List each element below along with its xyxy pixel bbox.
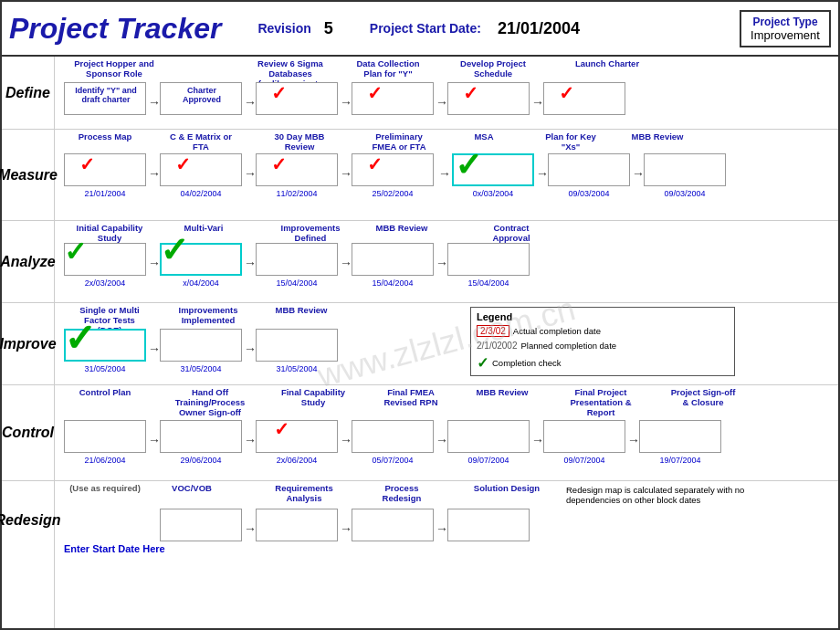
date-signoff: 19/07/2004: [639, 456, 721, 465]
label-finalcap: Final CapabilityStudy: [263, 387, 363, 407]
box-mbb-improve[interactable]: [256, 329, 338, 362]
arrow-a3: →: [340, 256, 352, 270]
box-30daymbb[interactable]: [256, 153, 338, 186]
box-devschedule[interactable]: [447, 82, 530, 115]
legend-actual-label: Actual completion date: [513, 326, 601, 336]
box-prefmea[interactable]: [352, 153, 434, 186]
box-finalproject[interactable]: [543, 420, 625, 453]
label-30daymbb: 30 Day MBBReview: [254, 131, 345, 152]
measure-row: Process Map C & E Matrix orFTA 30 Day MB…: [55, 130, 838, 221]
date-prefmea: 25/02/2004: [352, 189, 434, 198]
arrow-c5: →: [531, 433, 544, 447]
improve-row: Single or MultiFactor Tests(DOE) Improve…: [55, 303, 838, 385]
box-datacollection[interactable]: [352, 82, 434, 115]
arrow-m1: →: [148, 166, 161, 181]
header-center: Revision 5 Project Start Date: 21/01/200…: [257, 19, 740, 38]
label-msa: MSA: [457, 131, 511, 142]
legend-row-completion: ✓ Completion check: [477, 354, 729, 372]
box-6sigma[interactable]: [256, 82, 338, 115]
analyze-row: Initial CapabilityStudy Multi-Vari Impro…: [55, 221, 838, 303]
label-planxs: Plan for Key"Xs": [530, 131, 612, 152]
flow-area: Project Hopper and Sponsor Role Review 6…: [55, 57, 838, 628]
label-requirements: RequirementsAnalysis: [263, 483, 345, 503]
header: Project Tracker Revision 5 Project Start…: [2, 2, 838, 57]
box-finalcap[interactable]: [256, 420, 338, 453]
check-processmap: ✓: [79, 153, 95, 175]
date-handoff: 29/06/2004: [160, 456, 242, 465]
date-cematrix: 04/02/2004: [160, 189, 242, 198]
arrow-a4: →: [436, 256, 448, 270]
arrow-r1: →: [244, 521, 257, 536]
phase-improve: Improve: [2, 303, 54, 385]
date-singlefactor: 31/05/2004: [64, 364, 146, 373]
check-msa: ✓: [455, 146, 482, 184]
check-prefmea: ✓: [367, 153, 383, 175]
arrow-m6: →: [632, 166, 645, 181]
box-planxs[interactable]: [548, 153, 630, 186]
date-controlplan: 21/06/2004: [64, 456, 146, 465]
box-launchcharter[interactable]: [543, 82, 625, 115]
phase-redesign: Redesign: [2, 481, 54, 559]
box-improvedefined[interactable]: [256, 243, 338, 276]
box-processredesign[interactable]: [352, 509, 434, 541]
arrow-m4: →: [438, 166, 451, 181]
legend-completion-label: Completion check: [492, 358, 562, 368]
label-finalproject: Final ProjectPresentation &Report: [555, 387, 646, 417]
label-contractapproval: ContractApproval: [466, 223, 557, 243]
legend-check-icon: ✓: [477, 354, 488, 372]
date-impimplemented: 31/05/2004: [160, 364, 242, 373]
page: Project Tracker Revision 5 Project Start…: [0, 0, 840, 630]
date-planxs: 09/03/2004: [548, 189, 630, 198]
box-mbb-analyze[interactable]: [352, 243, 434, 276]
date-contractapproval: 15/04/2004: [447, 278, 530, 288]
box-mbb-control[interactable]: [447, 420, 530, 453]
redesign-row: (Use as required) VOC/VOB RequirementsAn…: [55, 481, 838, 559]
date-finalcap: 2x/06/2004: [256, 456, 338, 465]
box-identify-y[interactable]: Identify "Y" anddraft charter: [64, 82, 146, 115]
label-signoff: Project Sign-off& Closure: [657, 387, 749, 407]
arrow-c3: →: [340, 433, 352, 447]
box-contractapproval[interactable]: [447, 243, 530, 276]
phase-measure: Measure: [2, 130, 54, 221]
legend-box: Legend 2/3/02 Actual completion date 2/1…: [470, 307, 735, 376]
date-finalfmea: 05/07/2004: [352, 456, 434, 465]
date-mbb-measure: 09/03/2004: [644, 189, 726, 198]
box-vocvob[interactable]: [160, 509, 242, 541]
date-mbb-improve: 31/05/2004: [256, 364, 338, 373]
phase-define: Define: [2, 57, 54, 130]
arrow-i1: →: [148, 341, 161, 356]
phase-control: Control: [2, 385, 54, 481]
check-singlefactor: ✓: [64, 316, 96, 361]
box-finalfmea[interactable]: [352, 420, 434, 453]
app-title: Project Tracker: [9, 12, 221, 46]
redesign-note: Redesign map is calculated separately wi…: [566, 485, 749, 505]
arrow-m3: →: [340, 166, 352, 181]
date-mbb-analyze: 15/04/2004: [352, 278, 434, 288]
arrow-r3: →: [436, 521, 448, 536]
legend-title: Legend: [477, 311, 729, 322]
arrow-c6: →: [627, 433, 640, 447]
arrow-c2: →: [244, 433, 257, 447]
label-handoff: Hand OffTraining/ProcessOwner Sign-off: [160, 387, 260, 417]
box-signoff[interactable]: [639, 420, 721, 453]
enter-start-label[interactable]: Enter Start Date Here: [64, 543, 165, 554]
box-charter[interactable]: CharterApproved: [160, 82, 242, 115]
date-finalproject: 09/07/2004: [543, 456, 625, 465]
box-cematrix[interactable]: [160, 153, 242, 186]
label-impimplemented: ImprovementsImplemented: [163, 305, 254, 325]
box-controlplan[interactable]: [64, 420, 146, 453]
label-improvedefined: ImprovementsDefined: [265, 223, 356, 243]
arrow-4: →: [436, 95, 448, 110]
start-date-val: 21/01/2004: [498, 19, 580, 38]
label-processmap: Process Map: [64, 131, 146, 142]
date-mbb-control: 09/07/2004: [447, 456, 530, 465]
box-handoff[interactable]: [160, 420, 242, 453]
label-prefmea: PreliminaryFMEA or FTA: [349, 131, 449, 152]
box-solutiondesign[interactable]: [447, 509, 530, 541]
arrow-a1: →: [148, 256, 161, 270]
box-impimplemented[interactable]: [160, 329, 242, 362]
box-requirements[interactable]: [256, 509, 338, 541]
box-mbb-measure[interactable]: [644, 153, 726, 186]
arrow-i2: →: [244, 341, 257, 356]
box-processmap[interactable]: [64, 153, 146, 186]
